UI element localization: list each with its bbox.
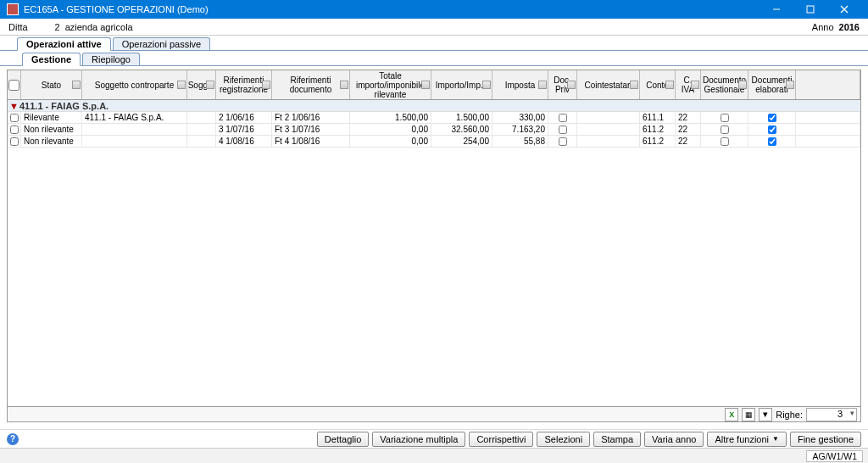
col-doc-elaborati[interactable]: Documenti elaborati [748,70,796,99]
status-text: AG/W1/W1 [806,450,863,462]
cell-conto: 611.2 [640,124,676,135]
tab-operazioni-attive[interactable]: Operazioni attive [17,37,111,51]
stampa-button[interactable]: Stampa [593,432,641,447]
cell-cointestatari [577,112,640,123]
cell-trailing [796,136,860,147]
grid-body[interactable]: ▼ 411.1 - FAIAG S.p.A. Rilevante411.1 - … [8,100,860,406]
col-doc-gestionale[interactable]: Documento Gestionale [701,70,748,99]
cell-trailing [796,112,860,123]
grid-header: Stato Soggetto controparte Sogg... Rifer… [8,70,860,100]
cell-doc-gestionale[interactable] [701,124,748,135]
tab-gestione[interactable]: Gestione [22,53,81,66]
ditta-label: Ditta [8,22,28,32]
status-bar: AG/W1/W1 [0,448,868,463]
cell-doc-gestionale[interactable] [701,136,748,147]
cell-doc-priv[interactable] [548,112,577,123]
doc-elaborati-checkbox[interactable] [768,137,776,146]
maximize-button[interactable] [793,0,827,19]
col-select-all[interactable] [8,70,21,99]
cell-reg: 3 1/07/16 [216,124,272,135]
cell-doc-priv[interactable] [548,124,577,135]
cell-cointestatari [577,136,640,147]
help-icon[interactable]: ? [7,433,19,445]
operations-grid: Stato Soggetto controparte Sogg... Rifer… [7,70,861,422]
col-soggetto[interactable]: Soggetto controparte [82,70,187,99]
cell-imposta: 330,00 [492,112,548,123]
tab-operazioni-passive[interactable]: Operazioni passive [113,37,211,50]
dettaglio-button[interactable]: Dettaglio [317,432,369,447]
row-checkbox[interactable] [10,137,19,146]
doc-gestionale-checkbox[interactable] [721,126,729,134]
cell-civa: 22 [676,112,701,123]
cell-soggetto: 411.1 - FAIAG S.p.A. [82,112,187,123]
cell-totale: 1.500,00 [350,112,431,123]
col-stato[interactable]: Stato [21,70,82,99]
col-conto[interactable]: Conto [640,70,676,99]
tab-riepilogo[interactable]: Riepilogo [82,53,140,65]
cell-importo: 254,00 [431,136,492,147]
selezioni-button[interactable]: Selezioni [537,432,590,447]
cell-soggetto [82,124,187,135]
svg-rect-1 [807,6,814,13]
anno-value: 2016 [839,22,860,32]
col-importo[interactable]: Importo/Imp... [431,70,492,99]
cell-conto: 611.2 [640,136,676,147]
cell-doc-elaborati[interactable] [748,124,796,135]
col-cointestatari[interactable]: Cointestatari [577,70,640,99]
doc-elaborati-checkbox[interactable] [768,126,776,134]
cell-doc-gestionale[interactable] [701,112,748,123]
col-doc[interactable]: Riferimenti documento [272,70,350,99]
ditta-name: azienda agricola [65,22,133,32]
cell-reg: 4 1/08/16 [216,136,272,147]
doc-priv-checkbox[interactable] [559,114,567,122]
row-checkbox[interactable] [10,126,19,134]
bottom-toolbar: ? Dettaglio Variazione multipla Corrispe… [0,429,868,448]
cell-soggetto [82,136,187,147]
cell-doc: Ft 3 1/07/16 [272,124,350,135]
minimize-button[interactable] [760,0,793,19]
header-row: Ditta 2 azienda agricola Anno 2016 [0,19,868,36]
doc-elaborati-checkbox[interactable] [768,114,776,122]
row-checkbox[interactable] [10,114,19,122]
cell-doc: Ft 2 1/06/16 [272,112,350,123]
grid-options-icon[interactable]: ▦ [742,408,755,421]
doc-gestionale-checkbox[interactable] [721,114,729,122]
cell-importo: 1.500,00 [431,112,492,123]
col-imposta[interactable]: Imposta [492,70,548,99]
collapse-icon[interactable]: ▼ [9,101,18,111]
doc-priv-checkbox[interactable] [559,137,567,146]
altre-funzioni-button[interactable]: Altre funzioni▼ [707,432,787,447]
righe-count-dropdown[interactable]: 3 [806,408,857,421]
excel-export-icon[interactable]: X [725,408,738,421]
doc-priv-checkbox[interactable] [559,126,567,134]
doc-gestionale-checkbox[interactable] [721,137,729,146]
cell-doc-elaborati[interactable] [748,112,796,123]
grid-options-dropdown[interactable]: ▾ [759,408,772,421]
table-row[interactable]: Non rilevante3 1/07/16Ft 3 1/07/160,0032… [8,124,860,136]
cell-sogg-extra [187,136,216,147]
select-all-checkbox[interactable] [8,80,19,91]
col-sogg-extra[interactable]: Sogg... [187,70,216,99]
cell-importo: 32.560,00 [431,124,492,135]
table-row[interactable]: Rilevante411.1 - FAIAG S.p.A.2 1/06/16Ft… [8,112,860,124]
col-trailing [796,70,860,99]
varia-anno-button[interactable]: Varia anno [644,432,704,447]
close-button[interactable] [827,0,861,19]
row-select[interactable] [8,112,21,123]
tabstrip-sub: Gestione Riepilogo [0,51,868,66]
col-doc-priv[interactable]: Doc. Priv [548,70,577,99]
chevron-down-icon: ▼ [772,435,779,443]
fine-gestione-button[interactable]: Fine gestione [790,432,861,447]
cell-sogg-extra [187,124,216,135]
group-row[interactable]: ▼ 411.1 - FAIAG S.p.A. [8,100,860,112]
row-select[interactable] [8,136,21,147]
col-civa[interactable]: C. IVA [676,70,701,99]
cell-doc-elaborati[interactable] [748,136,796,147]
cell-doc-priv[interactable] [548,136,577,147]
corrispettivi-button[interactable]: Corrispettivi [469,432,533,447]
table-row[interactable]: Non rilevante4 1/08/16Ft 4 1/08/160,0025… [8,136,860,148]
col-totale[interactable]: Totale importo/imponibile rilevante [350,70,431,99]
col-reg[interactable]: Riferimenti registrazione [216,70,272,99]
variazione-multipla-button[interactable]: Variazione multipla [372,432,465,447]
row-select[interactable] [8,124,21,135]
